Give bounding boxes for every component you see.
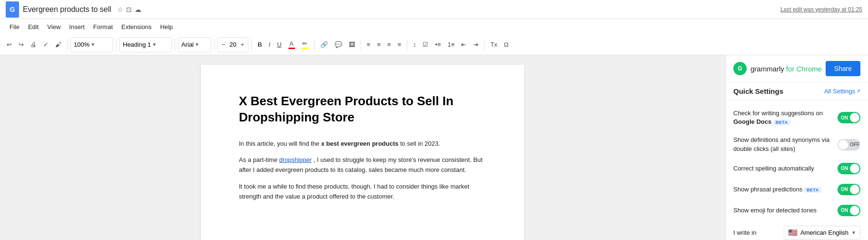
setting-label-2: Show definitions and synonyms via double…: [733, 136, 834, 153]
grammarly-header: G grammarly for Chrome Share: [726, 55, 868, 82]
toggle-writing-suggestions[interactable]: ON: [838, 112, 860, 123]
document-area[interactable]: X Best Evergreen Products to Sell In Dro…: [0, 55, 725, 240]
bold-button[interactable]: B: [255, 39, 265, 50]
setting-label-5: Show emoji for detected tones: [733, 206, 834, 215]
setting-definitions: Show definitions and synonyms via double…: [726, 131, 868, 158]
all-settings-link[interactable]: All Settings ↗: [824, 88, 860, 95]
share-button[interactable]: Share: [826, 61, 860, 76]
document-title: Evergreen products to sell: [23, 5, 111, 14]
language-label: I write in: [733, 229, 756, 236]
indent-decrease-button[interactable]: ⇤: [458, 39, 469, 50]
title-bar: G Evergreen products to sell ☆ ⊡ ☁ Last …: [0, 0, 868, 19]
toolbar: ↩ ↪ 🖨 ✓ 🖌 100% ▼ Heading 1 ▼ Arial ▼ − 2…: [0, 34, 868, 55]
setting-label-3: Correct spelling automatically: [733, 164, 834, 173]
separator-4: [214, 39, 215, 50]
grammarly-panel: G grammarly for Chrome Share Quick Setti…: [725, 55, 868, 240]
toggle-emoji[interactable]: ON: [838, 205, 860, 216]
checklist-button[interactable]: ☑: [420, 39, 431, 50]
separator-3: [175, 39, 175, 50]
highlight-color-bar: [302, 48, 308, 49]
separator-9: [484, 39, 484, 50]
para1-bold: x best evergreen products: [321, 140, 399, 147]
paragraph-3: It took me a while to find these product…: [239, 182, 486, 202]
print-button[interactable]: 🖨: [28, 39, 39, 50]
menu-extensions[interactable]: Extensions: [118, 21, 156, 32]
paragraph-1: In this article, you will find the x bes…: [239, 139, 486, 149]
underline-button[interactable]: U: [274, 39, 284, 50]
menu-format[interactable]: Format: [89, 21, 117, 32]
align-right-button[interactable]: ≡: [385, 39, 394, 50]
font-dropdown[interactable]: Arial ▼: [178, 37, 211, 52]
menu-help[interactable]: Help: [157, 21, 177, 32]
beta-badge-1: BETA: [773, 120, 790, 125]
cloud-icon: ☁: [135, 6, 141, 13]
font-size-decrease[interactable]: −: [220, 40, 227, 49]
undo-button[interactable]: ↩: [4, 39, 15, 50]
external-link-icon: ↗: [856, 88, 860, 94]
grammarly-brand: grammarly: [750, 65, 784, 73]
zoom-chevron: ▼: [90, 42, 95, 47]
font-chevron: ▼: [195, 42, 199, 47]
link-button[interactable]: 🔗: [317, 39, 331, 50]
para2-link[interactable]: dropshipper: [279, 156, 312, 163]
menu-file[interactable]: File: [6, 21, 23, 32]
separator-6: [314, 39, 315, 50]
menu-bar: File Edit View Insert Format Extensions …: [0, 19, 868, 34]
font-size-control[interactable]: − 20 +: [217, 37, 248, 52]
language-chevron: ▼: [851, 230, 856, 235]
zoom-dropdown[interactable]: 100% ▼: [70, 37, 113, 52]
separator-7: [361, 39, 361, 50]
bullet-list-button[interactable]: •≡: [432, 39, 444, 50]
highlight-button[interactable]: ✏: [299, 38, 311, 51]
paragraph-2: As a part-time dropshipper , I used to s…: [239, 155, 486, 175]
separator-5: [251, 39, 252, 50]
image-button[interactable]: 🖼: [346, 39, 358, 50]
last-edit-text: Last edit was yesterday at 01:25: [780, 6, 862, 13]
align-center-button[interactable]: ≡: [374, 39, 384, 50]
menu-view[interactable]: View: [43, 21, 64, 32]
folder-icon[interactable]: ⊡: [126, 6, 132, 13]
font-size-increase[interactable]: +: [239, 40, 247, 49]
document-page: X Best Evergreen Products to Sell In Dro…: [201, 65, 524, 240]
redo-button[interactable]: ↪: [16, 39, 27, 50]
italic-button[interactable]: I: [266, 39, 274, 50]
star-icon[interactable]: ☆: [117, 6, 123, 13]
align-left-button[interactable]: ≡: [364, 39, 374, 50]
settings-list: Check for writing suggestions on Google …: [726, 100, 868, 240]
clear-format-button[interactable]: Tx: [487, 39, 500, 50]
heading-dropdown[interactable]: Heading 1 ▼: [119, 37, 172, 52]
indent-increase-button[interactable]: ⇥: [470, 39, 481, 50]
main-area: X Best Evergreen Products to Sell In Dro…: [0, 55, 868, 240]
line-spacing-button[interactable]: ↕: [410, 39, 419, 50]
quick-settings-bar: Quick Settings All Settings ↗: [726, 82, 868, 100]
document-heading: X Best Evergreen Products to Sell In Dro…: [239, 93, 486, 126]
setting-label-1: Check for writing suggestions on Google …: [733, 109, 834, 126]
justify-button[interactable]: ≡: [395, 39, 404, 50]
spellcheck-button[interactable]: ✓: [40, 39, 51, 50]
grammarly-for-chrome: for Chrome: [786, 65, 822, 73]
heading-chevron: ▼: [152, 42, 157, 47]
text-color-bar: [288, 48, 295, 49]
setting-writing-suggestions: Check for writing suggestions on Google …: [726, 104, 868, 131]
language-select[interactable]: 🇺🇸 American English ▼: [784, 226, 860, 240]
menu-edit[interactable]: Edit: [24, 21, 42, 32]
para2-text-before: As a part-time: [239, 156, 279, 163]
para1-text-before: In this article, you will find the: [239, 140, 321, 147]
text-color-button[interactable]: A: [286, 38, 298, 51]
toggle-definitions[interactable]: OFF: [838, 139, 860, 150]
setting-label-4: Show phrasal predictions BETA: [733, 185, 834, 194]
svg-text:G: G: [738, 65, 742, 72]
comment-button[interactable]: 💬: [332, 39, 345, 50]
setting-phrasal: Show phrasal predictions BETA ON: [726, 179, 868, 200]
separator-8: [407, 39, 407, 50]
toggle-phrasal[interactable]: ON: [838, 184, 860, 195]
language-row: I write in 🇺🇸 American English ▼: [726, 221, 868, 240]
numbered-list-button[interactable]: 1≡: [445, 39, 458, 50]
language-value: American English: [800, 229, 848, 236]
setting-spelling: Correct spelling automatically ON: [726, 158, 868, 179]
menu-insert[interactable]: Insert: [65, 21, 89, 32]
paint-format-button[interactable]: 🖌: [52, 39, 64, 50]
special-chars-button[interactable]: Ω: [501, 39, 512, 50]
title-icons: ☆ ⊡ ☁: [117, 6, 141, 13]
toggle-spelling[interactable]: ON: [838, 163, 860, 174]
